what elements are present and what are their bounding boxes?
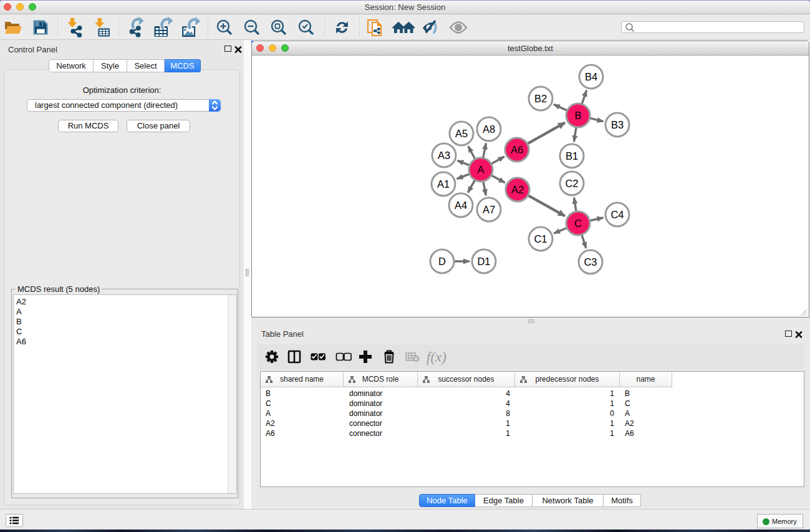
svg-text:A5: A5	[455, 128, 468, 139]
svg-text:f(x): f(x)	[427, 349, 446, 365]
svg-text:C3: C3	[584, 256, 597, 268]
svg-text:B3: B3	[611, 119, 624, 130]
svg-text:A6: A6	[511, 144, 523, 155]
svg-text:B1: B1	[566, 150, 578, 162]
svg-text:D1: D1	[477, 256, 490, 267]
svg-text:C1: C1	[534, 233, 547, 244]
svg-text:A4: A4	[455, 200, 467, 211]
svg-text:D: D	[438, 256, 446, 267]
svg-text:A8: A8	[483, 123, 495, 135]
svg-text:B2: B2	[534, 93, 547, 104]
svg-text:A3: A3	[438, 150, 450, 161]
svg-text:C: C	[574, 218, 582, 229]
svg-text:C2: C2	[565, 178, 578, 189]
svg-text:B4: B4	[585, 71, 597, 82]
svg-text:A2: A2	[511, 184, 524, 195]
svg-text:B: B	[574, 110, 581, 121]
svg-text:A1: A1	[437, 178, 450, 190]
svg-text:C4: C4	[610, 209, 624, 220]
svg-text:A: A	[477, 164, 484, 175]
svg-text:A7: A7	[483, 204, 495, 215]
